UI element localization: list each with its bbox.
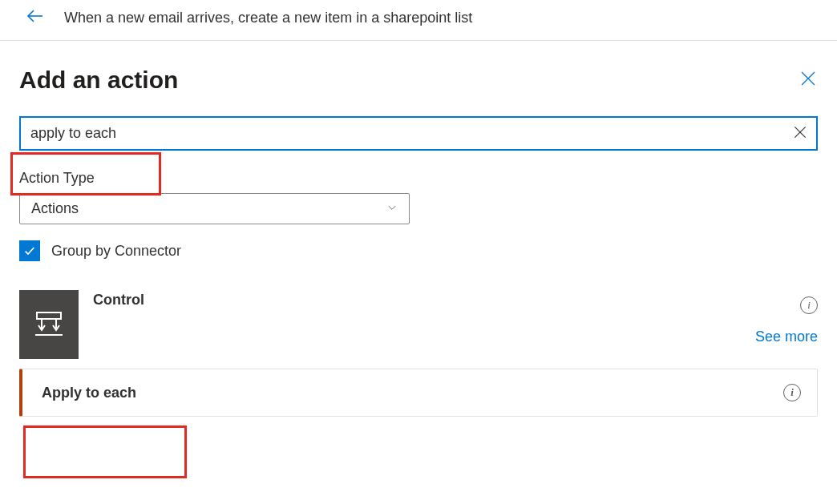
- back-arrow-icon[interactable]: [26, 6, 45, 29]
- see-more-link[interactable]: See more: [755, 329, 818, 345]
- search-wrap: [19, 116, 818, 151]
- action-type-value: Actions: [31, 200, 79, 217]
- group-by-connector-row[interactable]: Group by Connector: [19, 240, 818, 261]
- action-type-label: Action Type: [19, 170, 818, 187]
- topbar-title: When a new email arrives, create a new i…: [64, 10, 472, 26]
- connector-title: Control: [93, 292, 144, 308]
- close-icon[interactable]: [799, 69, 818, 91]
- search-input[interactable]: [19, 116, 818, 151]
- clear-search-icon[interactable]: [792, 124, 808, 143]
- panel-heading: Add an action: [19, 67, 178, 94]
- info-icon[interactable]: i: [800, 296, 818, 314]
- connector-group: Control i See more: [19, 290, 818, 359]
- highlight-marker: [23, 425, 187, 478]
- svg-rect-5: [37, 312, 61, 319]
- chevron-down-icon: [386, 202, 398, 216]
- group-by-connector-label: Group by Connector: [51, 243, 181, 260]
- add-action-panel: Add an action Action Type Actions: [0, 41, 837, 433]
- action-type-select[interactable]: Actions: [19, 193, 410, 224]
- group-by-connector-checkbox[interactable]: [19, 240, 40, 261]
- control-connector-icon[interactable]: [19, 290, 79, 359]
- action-result-label: Apply to each: [42, 385, 136, 401]
- action-result-apply-to-each[interactable]: Apply to each i: [19, 369, 818, 417]
- topbar: When a new email arrives, create a new i…: [0, 0, 837, 41]
- info-icon[interactable]: i: [783, 384, 801, 401]
